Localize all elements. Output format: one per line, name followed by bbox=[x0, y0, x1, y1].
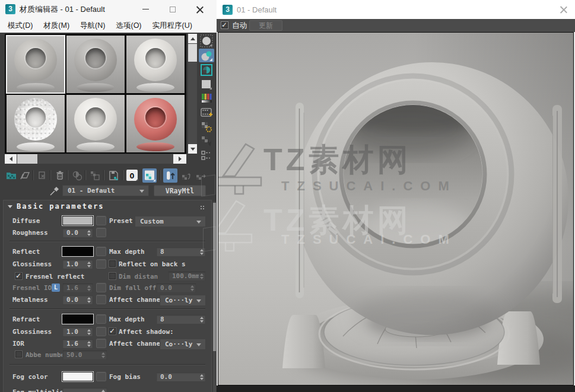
abbe-number-checkbox[interactable] bbox=[15, 350, 23, 358]
scroll-up-button[interactable] bbox=[188, 34, 197, 43]
scroll-thumb[interactable] bbox=[188, 44, 197, 62]
background-icon[interactable] bbox=[199, 63, 214, 77]
update-button[interactable]: 更新 bbox=[249, 20, 282, 31]
sample-slot[interactable] bbox=[126, 95, 185, 152]
scroll-thumb[interactable] bbox=[17, 154, 37, 164]
material-editor-window: 3 材质编辑器 - 01 - Default 模式(D) 材质(M) 导航(N)… bbox=[0, 0, 217, 392]
drag-grip-icon[interactable] bbox=[200, 205, 205, 210]
fresnel-ior-map-button[interactable] bbox=[96, 283, 106, 292]
get-material-icon[interactable] bbox=[5, 169, 18, 182]
diffuse-map-button[interactable] bbox=[96, 216, 106, 225]
refract-glossiness-map-button[interactable] bbox=[96, 327, 106, 336]
menu-navigation[interactable]: 导航(N) bbox=[75, 21, 110, 31]
fog-multiplier-spinner[interactable] bbox=[62, 387, 107, 392]
titlebar[interactable]: 3 材质编辑器 - 01 - Default bbox=[0, 0, 217, 18]
reflect-on-back-checkbox[interactable] bbox=[109, 260, 116, 267]
refract-max-depth-spinner[interactable]: 8 bbox=[156, 314, 206, 324]
affect-shadow-label: Affect shadow: bbox=[119, 328, 174, 336]
window-title: 材质编辑器 - 01 - Default bbox=[20, 4, 105, 15]
roughness-spinner[interactable]: 0.0 bbox=[62, 228, 93, 238]
maximize-button[interactable] bbox=[161, 0, 184, 18]
diffuse-color-swatch[interactable] bbox=[62, 216, 93, 225]
preview-close-button[interactable] bbox=[552, 0, 575, 18]
metalness-spinner[interactable]: 0.0 bbox=[62, 295, 93, 305]
sample-slot[interactable] bbox=[7, 36, 65, 93]
menu-utilities[interactable]: 实用程序(U) bbox=[147, 21, 198, 31]
sample-slot[interactable] bbox=[7, 95, 65, 152]
fog-color-swatch[interactable] bbox=[62, 372, 93, 381]
sample-slot[interactable] bbox=[126, 36, 185, 93]
reflect-glossiness-spinner[interactable]: 1.0 bbox=[62, 259, 93, 269]
make-material-copy-icon[interactable] bbox=[71, 169, 84, 182]
select-by-material-icon[interactable] bbox=[199, 134, 214, 148]
refract-affect-channels-dropdown[interactable]: Co···ly bbox=[160, 339, 206, 350]
menu-material[interactable]: 材质(M) bbox=[38, 21, 75, 31]
put-material-to-scene-icon[interactable] bbox=[18, 169, 31, 182]
make-preview-icon[interactable] bbox=[199, 106, 214, 119]
fog-bias-spinner[interactable]: 0.0 bbox=[156, 372, 206, 382]
ior-spinner[interactable]: 1.6 bbox=[62, 339, 93, 349]
fresnel-ior-spinner[interactable]: 1.6 bbox=[62, 283, 93, 293]
rollout-scroll-thumb[interactable] bbox=[213, 203, 216, 351]
reflect-max-depth-spinner[interactable]: 8 bbox=[156, 247, 206, 257]
auto-update-checkbox[interactable] bbox=[221, 21, 228, 29]
material-name-dropdown[interactable]: 01 - Default bbox=[62, 185, 149, 196]
abbe-number-spinner[interactable]: 50.0 bbox=[62, 350, 107, 360]
show-shaded-material-in-viewport-icon[interactable] bbox=[142, 168, 157, 183]
scroll-right-button[interactable] bbox=[173, 154, 186, 164]
fresnel-ior-lock-button[interactable]: L bbox=[52, 283, 60, 292]
make-unique-icon[interactable] bbox=[88, 169, 101, 182]
refract-color-swatch[interactable] bbox=[62, 314, 93, 324]
close-button[interactable] bbox=[189, 0, 211, 18]
material-type-button[interactable]: VRayMtl bbox=[154, 185, 206, 196]
dim-distance-spinner[interactable]: 100.0mm bbox=[168, 271, 206, 281]
menu-options[interactable]: 选项(O) bbox=[110, 21, 147, 31]
fog-color-map-button[interactable] bbox=[96, 372, 106, 381]
sample-type-sphere-icon[interactable] bbox=[199, 34, 214, 47]
roughness-map-button[interactable] bbox=[96, 228, 106, 237]
3dsmax-logo-icon: 3 bbox=[223, 5, 233, 15]
scroll-left-button[interactable] bbox=[5, 154, 17, 164]
reflect-map-button[interactable] bbox=[96, 247, 106, 256]
watermark-domain: TZSUCAI.COM bbox=[281, 179, 457, 194]
pick-material-icon[interactable] bbox=[49, 185, 61, 199]
refract-glossiness-spinner[interactable]: 1.0 bbox=[62, 327, 93, 337]
preview-titlebar[interactable]: 3 01 - Default bbox=[217, 0, 575, 19]
video-color-check-icon[interactable] bbox=[199, 91, 214, 105]
ior-label: IOR bbox=[12, 340, 24, 348]
sample-sphere-ring bbox=[145, 107, 166, 128]
watermark-logo bbox=[218, 139, 268, 196]
metalness-map-button[interactable] bbox=[96, 295, 106, 304]
affect-shadow-checkbox[interactable] bbox=[109, 327, 116, 335]
put-to-library-icon[interactable] bbox=[107, 169, 120, 182]
dim-fall-off-spinner[interactable]: 0.0 bbox=[156, 283, 196, 293]
ior-map-button[interactable] bbox=[96, 339, 106, 348]
reflect-glossiness-map-button[interactable] bbox=[96, 259, 106, 269]
sample-type-teapot-icon[interactable] bbox=[199, 49, 214, 62]
menu-mode[interactable]: 模式(D) bbox=[2, 21, 38, 31]
sample-slot[interactable] bbox=[66, 95, 125, 152]
minimize-button[interactable] bbox=[134, 0, 157, 18]
samples-vertical-scrollbar[interactable] bbox=[188, 34, 197, 154]
material-map-navigator-icon[interactable] bbox=[199, 148, 214, 162]
reflect-on-back-label: Reflect on back s bbox=[119, 260, 186, 268]
samples-horizontal-scrollbar[interactable] bbox=[5, 154, 186, 164]
scroll-down-button[interactable] bbox=[188, 144, 197, 154]
options-icon[interactable] bbox=[199, 120, 214, 133]
refract-map-button[interactable] bbox=[96, 314, 106, 324]
affect-channels-dropdown[interactable]: Co···ly bbox=[160, 295, 206, 306]
reset-map-icon[interactable] bbox=[53, 169, 66, 182]
fresnel-reflect-checkbox[interactable] bbox=[15, 272, 23, 280]
reflect-color-swatch[interactable] bbox=[62, 247, 93, 256]
preset-dropdown[interactable]: Custom bbox=[135, 216, 206, 227]
go-to-parent-icon[interactable] bbox=[180, 169, 193, 182]
sample-slot[interactable] bbox=[66, 36, 125, 93]
dim-distance-checkbox[interactable] bbox=[109, 272, 116, 280]
show-end-result-icon[interactable] bbox=[163, 168, 177, 183]
backlight-icon[interactable] bbox=[199, 77, 214, 91]
rollout-header[interactable]: Basic parameters bbox=[4, 202, 211, 212]
refract-label: Refract bbox=[12, 315, 40, 323]
assign-material-icon[interactable] bbox=[36, 169, 49, 182]
material-id-channel-icon[interactable]: O bbox=[126, 169, 139, 182]
max-depth-label: Max depth bbox=[109, 248, 145, 256]
